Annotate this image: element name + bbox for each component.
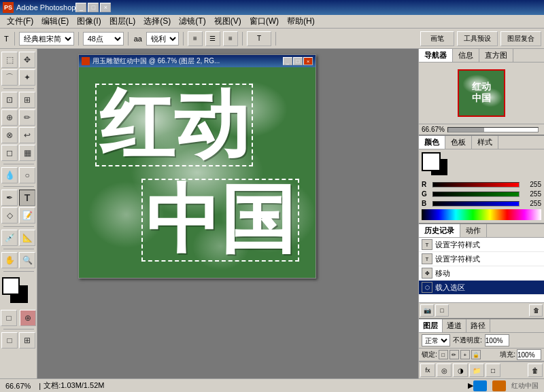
antialiasing-select[interactable]: 锐利 bbox=[146, 32, 179, 46]
quick-mask-button[interactable]: ⊕ bbox=[20, 310, 36, 326]
text-tool[interactable]: T bbox=[19, 190, 35, 206]
doc-restore-button[interactable]: □ bbox=[293, 57, 303, 65]
maximize-button[interactable]: □ bbox=[88, 3, 99, 12]
lock-all-button[interactable]: 🔒 bbox=[471, 350, 481, 359]
history-item-1[interactable]: T 设置字符样式 bbox=[419, 238, 544, 252]
menu-item-E[interactable]: 编辑(E) bbox=[37, 14, 73, 29]
lock-transparency-button[interactable]: □ bbox=[439, 350, 448, 359]
align-left-button[interactable]: ≡ bbox=[188, 31, 203, 46]
new-adjustment-layer-button[interactable]: ◑ bbox=[453, 363, 468, 377]
zoom-tool[interactable]: 🔍 bbox=[19, 252, 35, 268]
shape-tool[interactable]: ◇ bbox=[1, 207, 18, 224]
delete-layer-button[interactable]: 🗑 bbox=[528, 363, 543, 377]
align-right-button[interactable]: ≡ bbox=[223, 31, 238, 46]
navigator-tabs: 导航器 信息 直方图 bbox=[419, 49, 544, 63]
lock-pixels-button[interactable]: ✏ bbox=[449, 350, 459, 359]
menu-item-S[interactable]: 选择(S) bbox=[139, 14, 175, 29]
doc-minimize-button[interactable]: _ bbox=[283, 57, 292, 65]
lock-position-button[interactable]: + bbox=[460, 350, 470, 359]
navigator-thumbnail: 红动 中国 bbox=[458, 69, 505, 117]
blend-mode-select[interactable]: 正常 bbox=[422, 334, 450, 346]
brush-tool[interactable]: ✏ bbox=[19, 109, 35, 126]
tab-layers[interactable]: 图层 bbox=[419, 319, 443, 332]
tab-actions[interactable]: 动作 bbox=[460, 224, 487, 237]
status-bar: 66.67% | 文档:1.03M/1.52M ▶ 红动中国 bbox=[0, 378, 544, 392]
create-new-from-state-button[interactable]: □ bbox=[435, 304, 449, 317]
brushes-panel-button[interactable]: 画笔 bbox=[420, 31, 454, 46]
menu-item-F[interactable]: 文件(F) bbox=[3, 14, 37, 29]
dodge-tool[interactable]: ○ bbox=[19, 167, 35, 183]
opacity-input[interactable] bbox=[485, 334, 509, 346]
color-boxes bbox=[422, 152, 456, 178]
status-arrow[interactable]: ▶ bbox=[468, 381, 473, 390]
hand-tool[interactable]: ✋ bbox=[1, 252, 18, 268]
measure-tool[interactable]: 📐 bbox=[19, 230, 35, 246]
eraser-tool[interactable]: ◻ bbox=[1, 145, 18, 161]
menu-item-V[interactable]: 视图(V) bbox=[210, 14, 245, 29]
tool-group-erase: ◻ ▦ bbox=[1, 145, 35, 161]
history-brush-tool[interactable]: ↩ bbox=[19, 127, 35, 143]
menu-item-I[interactable]: 图像(I) bbox=[73, 14, 105, 29]
quick-mask-controls: □ ⊕ bbox=[1, 310, 36, 326]
tool-presets-button[interactable]: 工具预设 bbox=[457, 31, 498, 46]
add-mask-button[interactable]: ◎ bbox=[437, 363, 452, 377]
tab-history[interactable]: 历史记录 bbox=[419, 224, 460, 237]
gradient-tool[interactable]: ▦ bbox=[19, 145, 35, 161]
tab-navigator[interactable]: 导航器 bbox=[419, 49, 453, 62]
warp-text-button[interactable]: T bbox=[247, 31, 271, 46]
tab-channels[interactable]: 通道 bbox=[443, 319, 466, 332]
tab-histogram[interactable]: 直方图 bbox=[479, 49, 513, 62]
fill-label: 填充: bbox=[500, 350, 515, 359]
fullscreen-button[interactable]: ⊞ bbox=[19, 332, 35, 349]
menu-item-L[interactable]: 图层(L) bbox=[105, 14, 140, 29]
standard-mode-button[interactable]: □ bbox=[1, 310, 17, 326]
clone-tool[interactable]: ⊗ bbox=[1, 127, 18, 143]
font-size-select[interactable]: 48点 bbox=[83, 32, 124, 46]
slice-tool[interactable]: ⊞ bbox=[19, 92, 35, 108]
standard-screen-button[interactable]: □ bbox=[1, 332, 18, 349]
tab-styles[interactable]: 样式 bbox=[472, 136, 498, 149]
move-tool[interactable]: ✥ bbox=[19, 52, 35, 68]
lasso-tool[interactable]: ⌒ bbox=[1, 69, 18, 86]
menu-item-H[interactable]: 帮助(H) bbox=[283, 14, 319, 29]
layer-fx-button[interactable]: fx bbox=[420, 363, 435, 377]
doc-close-button[interactable]: × bbox=[303, 57, 313, 65]
history-item-4[interactable]: ⬡ 载入选区 bbox=[419, 281, 544, 295]
red-slider[interactable] bbox=[432, 182, 520, 188]
marquee-tool[interactable]: ⬚ bbox=[1, 52, 18, 68]
green-slider[interactable] bbox=[432, 192, 520, 197]
notes-tool[interactable]: 📝 bbox=[19, 207, 35, 224]
tab-info[interactable]: 信息 bbox=[453, 49, 479, 62]
layer-comps-button[interactable]: 图层复合 bbox=[500, 31, 541, 46]
minimize-button[interactable]: _ bbox=[75, 3, 86, 12]
delete-state-button[interactable]: 🗑 bbox=[529, 304, 543, 317]
pen-tool[interactable]: ✒ bbox=[1, 190, 18, 206]
blue-slider[interactable] bbox=[432, 201, 520, 207]
color-selector[interactable] bbox=[2, 277, 35, 304]
heal-tool[interactable]: ⊕ bbox=[1, 109, 18, 126]
wand-tool[interactable]: ✦ bbox=[19, 69, 35, 86]
color-spectrum[interactable] bbox=[422, 209, 541, 220]
history-item-2[interactable]: T 设置字符样式 bbox=[419, 252, 544, 266]
blur-tool[interactable]: 💧 bbox=[1, 167, 18, 183]
history-item-3[interactable]: ✥ 移动 bbox=[419, 266, 544, 281]
menu-item-W[interactable]: 窗口(W) bbox=[245, 14, 283, 29]
tab-color[interactable]: 颜色 bbox=[419, 136, 445, 149]
font-family-select[interactable]: 经典粗宋简 bbox=[19, 32, 74, 46]
zoom-slider[interactable] bbox=[447, 127, 539, 132]
menu-item-T[interactable]: 滤镜(T) bbox=[175, 14, 209, 29]
create-snapshot-button[interactable]: 📷 bbox=[420, 304, 434, 317]
fg-color-swatch[interactable] bbox=[422, 152, 441, 171]
crop-tool[interactable]: ⊡ bbox=[1, 92, 18, 108]
new-group-button[interactable]: 📁 bbox=[469, 363, 484, 377]
align-center-button[interactable]: ☰ bbox=[205, 31, 220, 46]
navigator-panel: 导航器 信息 直方图 红动 中国 66.67% bbox=[419, 49, 544, 136]
foreground-color[interactable] bbox=[2, 277, 20, 295]
layers-tabs: 图层 通道 路径 bbox=[419, 319, 544, 333]
fill-input[interactable] bbox=[517, 349, 541, 360]
eyedropper-tool[interactable]: 💉 bbox=[1, 230, 18, 246]
tab-paths[interactable]: 路径 bbox=[466, 319, 490, 332]
close-button[interactable]: × bbox=[100, 3, 111, 12]
new-layer-button[interactable]: □ bbox=[486, 363, 500, 377]
tab-swatches[interactable]: 色板 bbox=[445, 136, 472, 149]
